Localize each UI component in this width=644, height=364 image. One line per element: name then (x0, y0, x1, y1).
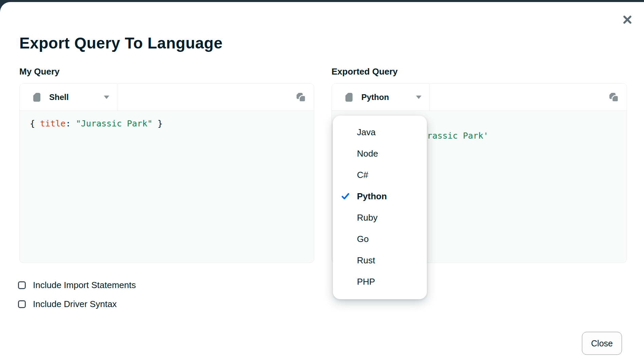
menu-item-php[interactable]: PHP (333, 271, 427, 292)
x-glyph (623, 15, 632, 24)
menu-item-csharp[interactable]: C# (333, 164, 427, 186)
menu-item-node[interactable]: Node (333, 143, 427, 164)
menu-item-label: Java (357, 127, 376, 138)
menu-item-label: Ruby (357, 213, 378, 223)
chevron-down-icon (103, 95, 110, 99)
my-query-panel: Shell { title: "Jurassic Park" } (19, 83, 314, 263)
code-token-key: title (40, 119, 65, 128)
close-icon[interactable] (620, 12, 635, 27)
language-dropdown-menu: JavaNodeC#PythonRubyGoRustPHP (333, 116, 427, 299)
menu-item-label: Node (357, 148, 378, 159)
copy-query-button[interactable] (296, 92, 307, 103)
export-language-label: Python (361, 93, 413, 102)
menu-item-label: Python (357, 191, 387, 202)
checkbox-label: Include Driver Syntax (33, 299, 117, 309)
my-query-code-editor[interactable]: { title: "Jurassic Park" } (20, 111, 314, 137)
menu-item-rust[interactable]: Rust (333, 250, 427, 271)
menu-item-label: Rust (357, 255, 375, 266)
file-code-icon (33, 93, 40, 102)
code-token-plain: : (65, 119, 76, 128)
exported-query-heading: Exported Query (332, 66, 398, 77)
export-language-dropdown-button[interactable]: Python (332, 84, 430, 110)
input-language-dropdown-button[interactable]: Shell (20, 84, 117, 110)
menu-item-go[interactable]: Go (333, 228, 427, 250)
menu-item-ruby[interactable]: Ruby (333, 207, 427, 228)
copy-icon (296, 92, 307, 103)
code-token-plain: { (30, 119, 40, 128)
my-query-panel-header: Shell (20, 84, 314, 111)
my-query-heading: My Query (19, 66, 60, 77)
checkmark-icon (342, 193, 349, 199)
menu-item-label: C# (357, 170, 368, 180)
include-driver-syntax-checkbox[interactable]: Include Driver Syntax (18, 299, 117, 309)
menu-item-java[interactable]: Java (333, 122, 427, 143)
copy-exported-query-button[interactable] (608, 92, 620, 103)
code-token-string: "Jurassic Park" (76, 119, 152, 128)
include-import-statements-checkbox[interactable]: Include Import Statements (18, 280, 136, 290)
checkbox-label: Include Import Statements (33, 280, 136, 290)
exported-query-panel-header: Python (332, 84, 627, 111)
code-line: { title: "Jurassic Park" } (30, 118, 304, 130)
modal-title: Export Query To Language (19, 34, 223, 52)
input-language-label: Shell (49, 93, 101, 102)
checkbox-icon (18, 281, 26, 289)
checkbox-icon (18, 300, 26, 308)
copy-icon (609, 92, 620, 103)
menu-item-label: PHP (357, 277, 375, 287)
menu-item-python[interactable]: Python (333, 186, 427, 207)
code-token-plain: } (152, 119, 163, 128)
chevron-down-icon (416, 95, 422, 99)
export-query-modal: Export Query To Language My Query Export… (0, 2, 644, 364)
menu-item-label: Go (357, 234, 369, 244)
file-code-icon (345, 93, 353, 102)
close-button[interactable]: Close (582, 332, 622, 355)
